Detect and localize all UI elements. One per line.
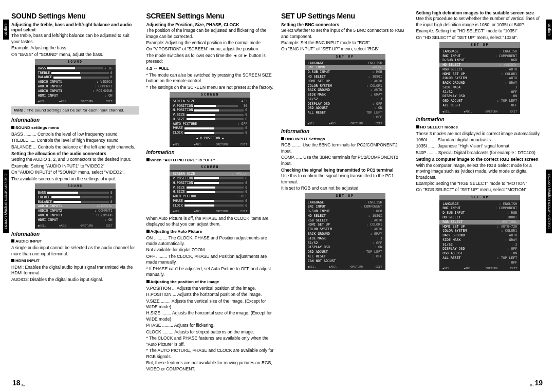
note-box: Note : The sound settings can be set for… [11,106,139,115]
def: COMP. ..... Use the 3BNC terminals for P… [281,155,409,166]
p: Setting the AUDIO 1, 2, and 3 connectors… [11,157,139,162]
p: But, these features are not available fo… [146,360,274,372]
info-hdr: Information [11,231,139,238]
h3: Adjusting the Position, Size, PHASE, CLO… [146,22,274,27]
def: V.POSITION ... Adjusts the vertical posi… [146,286,274,291]
p: On "BNC INPUT" of "SET UP" menu, select … [281,46,409,52]
page-spread: SOUND Settings Menu Adjusting the treble… [0,0,555,382]
screen-heading: SCREEN Settings Menu [146,11,274,21]
h3: Checking the signal being transmitted to… [281,167,409,173]
h4: Adjusting the position of the image [146,279,274,285]
p: Use this to confirm the signal being tra… [281,173,409,185]
def: 1080I ....... Standard digital broadcast… [416,137,544,143]
tab-english-right: English [546,20,552,40]
def: BALANCE ... Controls the balance of the … [11,144,139,150]
def: V.SIZE ........ Adjusts the vertical siz… [146,298,274,310]
p: The treble, bass and left/right balance … [11,33,139,45]
def: HDMI: Enables the digital audio input si… [11,265,139,276]
mode-switch: 4:3 ↔ FULL [146,66,274,72]
h3: Setting the allocation of the audio conn… [11,151,139,156]
def: H.SIZE ........ Adjusts the horizontal s… [146,310,274,322]
def: OFF ......... The CLOCK, PHASE and Posit… [146,254,274,266]
bullet: * The AUTO PICTURE, PHASE and CLOCK are … [146,348,274,360]
bullet: * The CLOCK and PHASE features are avail… [146,335,274,347]
def: BASS .......... Controls the level of lo… [11,132,139,137]
def: 540P ........ Special Digital broadcasts… [416,150,544,156]
osd-setup-3: SET UPLANGUAGE: ENGLISHBNC INPUT: COMPON… [439,42,520,114]
h4: Adjusting the Auto Picture [146,229,274,235]
osd-screen-2: SCREENSCREEN SIZE: ◄FULL►V.POSITION0H.PO… [170,164,250,214]
osd-setup-2: SET UPLANGUAGE: ENGLISHBNC INPUT: COMPON… [305,193,385,270]
lang-mark-left: En [22,384,25,387]
osd-sound-1: SOUNDBASS+ 26TREBLE0BALANCE0AUDIO INPUT1… [35,59,116,104]
p: Use this procedure to set whether the nu… [416,16,544,28]
setup-heading: SET UP Settings Menu [281,11,409,21]
osd-setup-1: SET UPLANGUAGE: ENGLISHBNC INPUT: ◄RGB►D… [305,54,385,126]
def: TREBLE ..... Controls the level of high … [11,138,139,143]
p: The position of the image can be adjuste… [146,28,274,40]
sound-sub1: Adjusting the treble, bass and left/righ… [11,22,139,32]
example: Example: Adjusting the vertical position… [146,40,274,46]
p: When Auto Picture is off, the PHASE and … [146,216,274,228]
example: Example: Setting the "HD SELECT" mode to… [416,28,544,34]
info-hdr: Information [281,128,409,135]
h4: HDMI INPUT [11,258,139,264]
h4: When "AUTO PICTURE" is "OFF" [146,158,274,163]
column-4: Setting high definition images to the su… [416,9,544,378]
p: Not available for digital ZOOM. [146,247,274,253]
p: The available sources depend on the sett… [11,176,139,182]
sound-heading: SOUND Settings Menu [11,11,139,21]
column-3: SET UP Settings Menu Setting the BNC con… [281,9,409,378]
p: With the computer image, select the RGB … [416,163,544,180]
p: On "BASS" of "SOUND" menu, adjust the ba… [11,52,139,58]
def: 1035I ....... Japanese "High Vision" sig… [416,143,544,149]
tab-english-left: English [3,20,9,40]
example: Example: Setting "AUDIO INPUT1" to "VIDE… [11,163,139,169]
p: A single audio input cannot be selected … [11,245,139,257]
osd-screen-1: SCREENSCREEN SIZE: 4:3V.POSITION- 30H.PO… [170,92,250,147]
info-hdr: Information [11,117,139,124]
lang-mark-right: En [530,384,533,387]
p: Select whether to set the input of the 5… [281,28,409,40]
tab-osd-left: OSD (On Screen Display) Controls [3,170,9,233]
example: Example: Setting the "RGB SELECT" mode t… [416,181,544,186]
h4: HD SELECT modes [416,125,544,130]
p: On "HD SELECT" of "SET UP" menu, select … [416,35,544,41]
p: The mode switches as follows each time t… [146,53,274,65]
column-1: SOUND Settings Menu Adjusting the treble… [11,9,139,378]
bullet: * The mode can also be switched by press… [146,72,274,84]
tab-osd-right: OSD (On Screen Display) Controls [546,170,552,233]
osd-setup-4: SET UPLANGUAGE: ENGLISHBNC INPUT: COMPON… [439,195,520,271]
def: PHASE ......... Adjusts for flickering. [146,323,274,328]
def: H.POSITION ... Adjusts the horizontal po… [146,292,274,297]
osd-sound-2: SOUNDBASS0TREBLE0BALANCE0AUDIO INPUT1: ◄… [35,183,116,229]
def: RGB ........ Use the 5BNC terminals for … [281,142,409,154]
p: On "AUDIO INPUT1" of "SOUND" menu, selec… [11,170,139,175]
bullet: * The settings on the SCREEN menu are no… [146,85,274,90]
example: Example: Adjusting the bass [11,45,139,51]
page-number-left: 18 [12,379,21,387]
info-hdr: Information [416,116,544,123]
def: CLOCK ......... Adjusts for striped patt… [146,329,274,335]
p: On "V.POSITION" of "SCREEN" menu, adjust… [146,46,274,52]
bullet: * If PHASE can't be adjusted, set Auto P… [146,266,274,278]
column-2: SCREEN Settings Menu Adjusting the Posit… [146,9,274,378]
info-hdr: Information [146,149,274,156]
def: ON ........... The CLOCK, PHASE and Posi… [146,235,274,247]
h4: SOUND settings menu [11,125,139,131]
page-number-right: 19 [534,379,543,387]
h3: Setting the BNC connectors [281,22,409,27]
def: AUDIO3: Disables the digital audio input… [11,277,139,283]
h3: Setting high definition images to the su… [416,10,544,15]
h4: AUDIO INPUT [11,239,139,245]
h4: BNC INPUT Settings [281,137,409,142]
p: These 3 modes are not displayed in corre… [416,131,544,137]
example: Example: Set the BNC INPUT mode to "RGB" [281,40,409,46]
p: On "RGB SELECT" of "SET UP" menu, select… [416,187,544,193]
h3: Setting a computer image to the correct … [416,157,544,162]
p: It is set to RGB and can not be adjusted… [281,185,409,191]
